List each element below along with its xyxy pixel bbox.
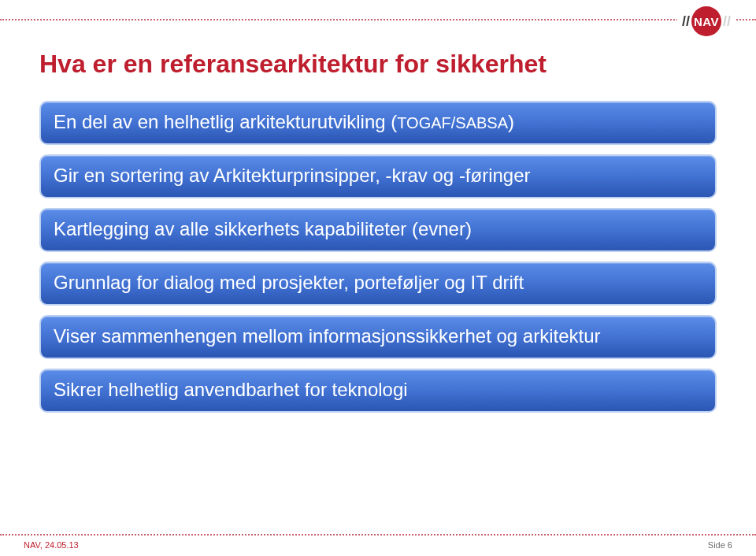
bullet-text: Sikrer helhetlig anvendbarhet for teknol… <box>54 379 408 400</box>
footer-brand: NAV, <box>24 540 43 550</box>
list-item: Sikrer helhetlig anvendbarhet for teknol… <box>39 369 717 413</box>
list-item: Gir en sortering av Arkitekturprinsipper… <box>39 154 717 198</box>
brand-logo: // NAV // <box>677 6 736 36</box>
logo-slash-left: // <box>682 13 690 30</box>
footer-left: NAV, 24.05.13 <box>24 540 79 550</box>
page-title: Hva er en referansearkitektur for sikker… <box>39 50 717 78</box>
bullet-text: En del av en helhetlig arkitekturutvikli… <box>54 111 397 132</box>
bullet-text: Grunnlag for dialog med prosjekter, port… <box>54 272 524 293</box>
bullet-paren: TOGAF/SABSA <box>397 114 508 132</box>
bottom-divider <box>0 534 756 536</box>
logo-badge: NAV <box>691 6 721 36</box>
list-item: Viser sammenhengen mellom informasjonssi… <box>39 315 717 359</box>
bullet-text: Kartlegging av alle sikkerhets kapabilit… <box>54 218 472 239</box>
footer-page-number: Side 6 <box>708 540 732 550</box>
bullet-list: En del av en helhetlig arkitekturutvikli… <box>39 101 717 413</box>
list-item: Kartlegging av alle sikkerhets kapabilit… <box>39 208 717 252</box>
bullet-text-b: ) <box>508 111 514 132</box>
logo-slash-right: // <box>723 13 731 30</box>
slide: // NAV // Hva er en referansearkitektur … <box>0 0 756 556</box>
list-item: Grunnlag for dialog med prosjekter, port… <box>39 261 717 306</box>
footer-date: 24.05.13 <box>45 540 79 550</box>
top-divider <box>0 19 756 20</box>
bullet-text: Gir en sortering av Arkitekturprinsipper… <box>54 165 531 186</box>
bullet-text: Viser sammenhengen mellom informasjonssi… <box>54 325 601 347</box>
list-item: En del av en helhetlig arkitekturutvikli… <box>39 101 717 145</box>
